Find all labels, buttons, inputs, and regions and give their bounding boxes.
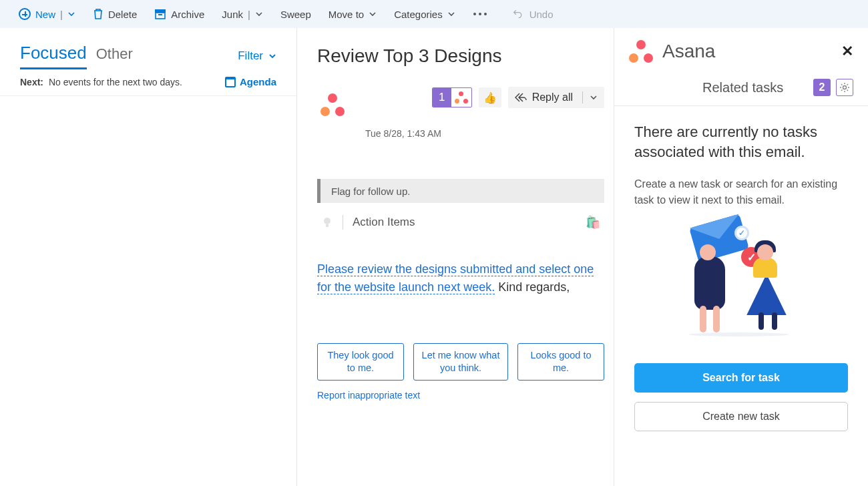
action-items-label[interactable]: Action Items	[353, 216, 415, 229]
plus-circle-icon	[19, 8, 31, 20]
badge-count: 1	[433, 88, 451, 107]
asana-logo-icon	[629, 40, 653, 63]
separator: |	[60, 9, 63, 20]
close-button[interactable]: ✕	[841, 43, 853, 60]
calendar-icon	[225, 77, 236, 87]
more-button[interactable]	[473, 12, 487, 16]
delete-label: Delete	[108, 9, 137, 20]
reading-pane: Review Top 3 Designs 1 👍	[297, 28, 614, 486]
gear-icon	[839, 82, 850, 93]
tab-other[interactable]: Other	[96, 45, 133, 63]
like-button[interactable]: 👍	[479, 87, 501, 107]
svg-point-8	[843, 86, 847, 89]
action-items-row: Action Items 🛍️	[317, 203, 604, 242]
asana-logo-icon	[320, 93, 345, 116]
suggested-reply[interactable]: Looks good to me.	[517, 343, 604, 381]
new-button[interactable]: New |	[19, 8, 75, 20]
reply-all-button[interactable]: Reply all	[508, 87, 604, 108]
separator	[343, 215, 343, 230]
sweep-label: Sweep	[280, 9, 311, 20]
categories-button[interactable]: Categories	[394, 9, 455, 20]
suggested-reply[interactable]: Let me know what you think.	[413, 343, 508, 381]
svg-point-6	[324, 218, 331, 224]
flag-followup-bar: Flag for follow up.	[317, 179, 604, 203]
chevron-down-icon[interactable]	[67, 10, 75, 18]
svg-point-3	[473, 13, 476, 15]
move-to-label: Move to	[329, 9, 364, 20]
junk-label: Junk	[222, 9, 243, 20]
suggested-reply[interactable]: They look good to me.	[317, 343, 404, 381]
next-value: No events for the next two days.	[49, 77, 182, 87]
agenda-button[interactable]: Agenda	[225, 76, 276, 87]
lightbulb-icon	[321, 216, 333, 228]
create-task-button[interactable]: Create new task	[634, 402, 848, 431]
archive-label: Archive	[171, 9, 204, 20]
svg-rect-2	[158, 14, 162, 15]
svg-rect-1	[156, 13, 165, 19]
report-inappropriate-link[interactable]: Report inappropriate text	[317, 390, 604, 401]
asana-side-panel: Asana ✕ Related tasks 2 There are curren…	[614, 28, 868, 486]
reply-all-label: Reply all	[532, 91, 573, 103]
settings-button[interactable]	[836, 79, 853, 96]
chevron-down-icon[interactable]	[447, 10, 455, 18]
empty-state-headline: There are currently no tasks associated …	[634, 122, 848, 162]
move-to-button[interactable]: Move to	[329, 9, 377, 20]
tab-focused[interactable]: Focused	[20, 43, 87, 69]
task-count-badge[interactable]: 2	[813, 79, 831, 96]
suggested-replies: They look good to me. Let me know what y…	[317, 343, 604, 381]
filter-label: Filter	[238, 49, 263, 63]
filter-button[interactable]: Filter	[238, 49, 276, 63]
undo-label: Undo	[529, 9, 554, 20]
undo-button[interactable]: Undo	[513, 9, 554, 20]
ellipsis-icon	[473, 12, 487, 16]
chevron-down-icon[interactable]	[255, 10, 263, 18]
categories-label: Categories	[394, 9, 443, 20]
separator	[582, 91, 583, 103]
svg-point-4	[479, 13, 481, 15]
svg-rect-7	[326, 224, 329, 227]
delete-button[interactable]: Delete	[93, 8, 137, 20]
search-task-button[interactable]: Search for task	[634, 363, 848, 393]
reply-all-icon	[515, 93, 527, 102]
next-event-text: Next: No events for the next two days.	[20, 77, 182, 87]
archive-icon	[154, 9, 166, 19]
separator: |	[248, 9, 250, 20]
chevron-down-icon	[268, 52, 276, 60]
sender-avatar	[317, 89, 348, 120]
archive-button[interactable]: Archive	[154, 9, 204, 20]
junk-button[interactable]: Junk |	[222, 9, 263, 20]
empty-state-illustration: ✓ ✓	[634, 220, 848, 354]
email-subject: Review Top 3 Designs	[317, 45, 604, 67]
next-label: Next:	[20, 77, 43, 87]
asana-brand-title: Asana	[662, 41, 715, 62]
undo-icon	[513, 9, 525, 19]
flag-text: Flag for follow up.	[331, 186, 410, 197]
shopping-bag-icon[interactable]: 🛍️	[586, 215, 600, 230]
empty-state-description: Create a new task or search for an exist…	[634, 176, 848, 208]
body-tail: Kind regards,	[495, 280, 570, 294]
email-timestamp: Tue 8/28, 1:43 AM	[317, 128, 604, 139]
email-body: Please review the designs submitted and …	[317, 260, 604, 296]
new-label: New	[35, 9, 55, 20]
chevron-down-icon[interactable]	[369, 10, 377, 18]
related-tasks-title: Related tasks	[629, 80, 783, 95]
message-list-pane: Focused Other Filter Next: No events for…	[0, 28, 297, 486]
asana-logo-icon	[451, 88, 471, 107]
thumbs-up-icon: 👍	[483, 91, 497, 104]
svg-point-5	[484, 13, 487, 15]
chevron-down-icon[interactable]	[590, 93, 598, 101]
command-toolbar: New | Delete Archive Junk | Sweep Move t…	[0, 0, 868, 28]
sweep-button[interactable]: Sweep	[280, 9, 311, 20]
addin-badge[interactable]: 1	[432, 87, 472, 107]
agenda-label: Agenda	[240, 76, 276, 87]
trash-icon	[93, 8, 103, 20]
